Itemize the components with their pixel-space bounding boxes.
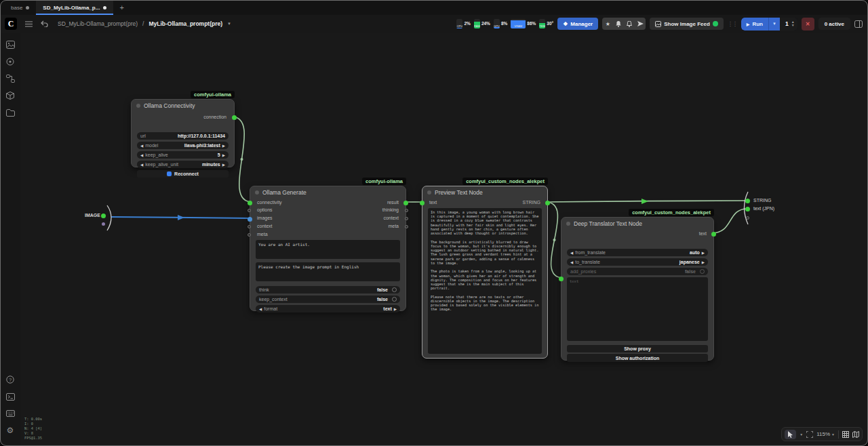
node-deep-translator[interactable]: comfyui_custom_nodes_alekpet Deep Transl…	[561, 217, 714, 361]
meta-output-port[interactable]	[405, 225, 408, 228]
string-input-port[interactable]	[745, 199, 750, 203]
show-image-feed-button[interactable]: Show Image Feed	[650, 18, 724, 30]
keep-context-toggle[interactable]: keep_context false	[256, 296, 400, 303]
keep-alive-number[interactable]: ◀ keep_alive 5 ▶	[137, 151, 229, 159]
sidebar-model-library-icon[interactable]	[3, 89, 17, 102]
toggle-right-panel-icon[interactable]	[854, 20, 863, 28]
toggle-minimap-button[interactable]	[852, 431, 859, 438]
manager-button[interactable]: ❖ Manager	[557, 18, 598, 30]
context-input-port[interactable]	[248, 225, 251, 228]
extra-input-port[interactable]	[746, 216, 749, 220]
from-translate-combo[interactable]: ◀ from_translate auto ▶	[567, 249, 708, 256]
toggle-grid-button[interactable]	[842, 431, 849, 438]
combo-left-icon[interactable]: ◀	[140, 144, 143, 148]
show-proxy-button[interactable]: Show proxy	[567, 345, 708, 352]
meta-input-port[interactable]	[248, 233, 251, 237]
user-prompt-textarea[interactable]: Please create the image prompt in Englis…	[256, 262, 400, 281]
feed-enabled-toggle[interactable]	[713, 21, 718, 26]
run-options-chevron-icon[interactable]: ▼	[768, 18, 780, 31]
format-combo[interactable]: ◀ format text ▶	[256, 305, 400, 312]
undo-icon[interactable]	[41, 20, 48, 27]
combo-right-icon[interactable]: ▶	[394, 307, 397, 311]
new-tab-button[interactable]: +	[113, 0, 130, 15]
text-input-port[interactable]	[559, 277, 564, 281]
drag-grip-icon[interactable]: ⋮⋮	[728, 21, 737, 27]
run-button[interactable]: ▶ Run	[741, 18, 768, 31]
string-output-port[interactable]	[545, 201, 550, 205]
think-toggle[interactable]: think false	[256, 286, 400, 293]
star-icon[interactable]: ★	[602, 21, 613, 27]
shortcuts-icon[interactable]	[3, 407, 17, 420]
sidebar-workflows-icon[interactable]	[3, 106, 17, 119]
comfyui-logo[interactable]: C	[5, 18, 17, 30]
clear-queue-button[interactable]: ✕	[802, 18, 814, 31]
node-title-bar[interactable]: Deep Translator Text Node	[561, 218, 713, 228]
combo-left-icon[interactable]: ◀	[570, 251, 573, 255]
image-output-port[interactable]	[101, 214, 106, 218]
sidebar-queue-icon[interactable]	[3, 38, 17, 52]
toggle-circle-icon[interactable]	[392, 287, 397, 292]
help-icon[interactable]: ?	[3, 373, 17, 386]
translator-textarea[interactable]: text	[567, 277, 708, 341]
combo-left-icon[interactable]: ◀	[140, 153, 143, 157]
node-ollama-connectivity[interactable]: comfyui-ollama Ollama Connectivity conne…	[131, 99, 235, 167]
result-output-port[interactable]	[403, 201, 408, 205]
chevron-down-icon[interactable]: ▼	[227, 22, 231, 26]
bell-icon[interactable]	[613, 21, 624, 27]
bell-alert-icon[interactable]	[624, 21, 635, 27]
breadcrumb-current[interactable]: MyLib-Ollama_prompt(pre)	[149, 20, 222, 27]
share-icon[interactable]	[635, 21, 646, 26]
combo-right-icon[interactable]: ▶	[702, 251, 705, 255]
stepper-arrows-icon[interactable]: ▲▼	[791, 20, 795, 27]
node-title-bar[interactable]: Ollama Connectivity	[132, 100, 234, 110]
terminal-icon[interactable]	[3, 390, 17, 403]
pointer-tool-chevron-icon[interactable]: ▼	[800, 432, 803, 437]
settings-gear-icon[interactable]: ⚙	[3, 424, 17, 437]
system-prompt-textarea[interactable]: You are an AI artist.	[256, 240, 400, 259]
to-translate-combo[interactable]: ◀ to_translate japanese ▶	[567, 258, 708, 266]
url-input[interactable]: url http://127.0.0.1:11434	[137, 132, 229, 140]
menu-hamburger-icon[interactable]	[25, 21, 33, 27]
context-output-port[interactable]	[405, 217, 408, 220]
mask-output-port[interactable]	[102, 222, 105, 226]
node-preview-text[interactable]: comfyui_custom_nodes_alekpet Preview Tex…	[422, 186, 548, 359]
keep-alive-unit-combo[interactable]: ◀ keep_alive_unit minutes ▶	[137, 161, 229, 168]
thinking-output-port[interactable]	[405, 209, 408, 212]
images-input-port[interactable]	[248, 217, 252, 222]
text-output-port[interactable]	[711, 232, 716, 237]
sidebar-assets-icon[interactable]	[3, 55, 17, 68]
breadcrumb-parent[interactable]: SD_MyLib-Ollama_prompt(pre)	[58, 20, 138, 27]
tab-base[interactable]: base	[4, 0, 36, 15]
tab-sd-mylib-ollama[interactable]: SD_MyLib-Ollama_p...	[36, 0, 113, 15]
show-authorization-button[interactable]: Show authorization	[567, 354, 708, 362]
zoom-level-control[interactable]: 115% ▼	[816, 431, 835, 437]
reconnect-button[interactable]: Reconnect	[137, 170, 229, 178]
fit-view-button[interactable]	[806, 431, 813, 438]
combo-left-icon[interactable]: ◀	[140, 163, 143, 167]
node-title-bar[interactable]: Preview Text Node	[422, 186, 547, 197]
options-input-port[interactable]	[248, 209, 251, 212]
node-ollama-generate[interactable]: comfyui-ollama Ollama Generate connectiv…	[250, 186, 406, 311]
connection-output-port[interactable]	[232, 115, 237, 120]
collapse-dot-icon[interactable]	[255, 190, 259, 195]
model-combo[interactable]: ◀ model llava-phi3:latest ▶	[137, 142, 229, 149]
collapse-dot-icon[interactable]	[427, 190, 431, 195]
jpn-input-port[interactable]	[745, 207, 750, 211]
connectivity-input-port[interactable]	[248, 201, 252, 205]
toggle-circle-icon[interactable]	[392, 297, 397, 302]
combo-right-icon[interactable]: ▶	[222, 163, 225, 167]
combo-left-icon[interactable]: ◀	[259, 307, 262, 311]
sidebar-node-library-icon[interactable]	[3, 72, 17, 85]
batch-count-stepper[interactable]: 1 ▲▼	[780, 18, 797, 31]
combo-right-icon[interactable]: ▶	[222, 153, 225, 157]
combo-right-icon[interactable]: ▶	[702, 260, 705, 264]
pointer-tool-button[interactable]	[785, 430, 796, 439]
combo-right-icon[interactable]: ▶	[222, 144, 225, 148]
combo-left-icon[interactable]: ◀	[570, 260, 573, 264]
node-title-bar[interactable]: Ollama Generate	[250, 186, 406, 197]
add-proxies-toggle[interactable]: add_proxies false	[567, 268, 708, 275]
text-input-port[interactable]	[420, 201, 425, 205]
collapse-dot-icon[interactable]	[136, 104, 140, 108]
preview-text-content[interactable]: In this image, a young woman with long b…	[428, 208, 542, 354]
collapse-dot-icon[interactable]	[566, 222, 570, 226]
